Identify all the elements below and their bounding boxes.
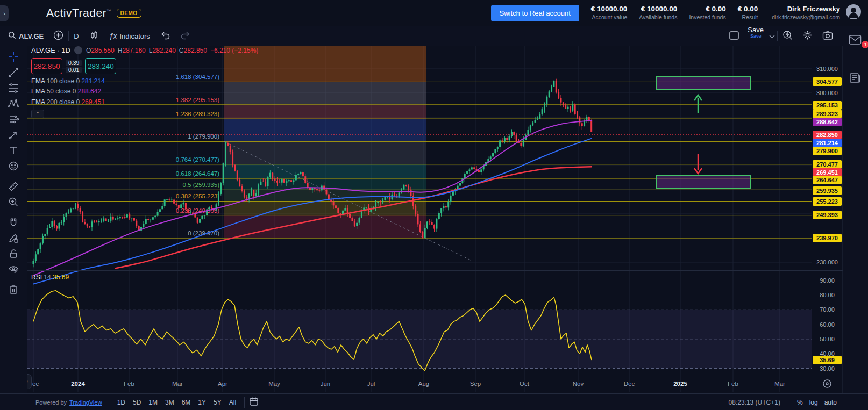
time-axis-settings-icon[interactable] [823,380,831,387]
arrow-marker-tool[interactable] [4,127,23,142]
avatar[interactable] [845,4,862,22]
svg-text:295.153: 295.153 [816,102,838,109]
lock-tool[interactable] [4,246,23,261]
target-zone-box[interactable] [657,176,750,189]
ema200-legend[interactable]: EMA 200 close 0 269.451 [31,98,258,106]
fib-band [224,164,426,178]
svg-text:269.451: 269.451 [816,169,838,176]
svg-text:310.000: 310.000 [816,66,838,72]
svg-text:Jul: Jul [367,380,375,387]
fib-level-label: 0.5 (259.935) [183,182,220,188]
ema100-legend[interactable]: EMA 100 close 0 281.214 [31,77,258,85]
svg-text:289.323: 289.323 [816,111,838,117]
svg-text:281.214: 281.214 [816,140,838,146]
collapse-symbol-icon[interactable]: – [74,46,82,54]
right-icon-strip: 1 [843,26,868,410]
sidebar-expand-handle[interactable]: › [0,5,9,21]
trend-line-tool[interactable] [4,64,23,80]
svg-text:Oct: Oct [520,380,530,387]
go-to-date-button[interactable] [249,397,259,408]
ohlc-values: O285.550 H287.160 L282.240 C282.850 −6.2… [86,47,258,54]
chart-style-button[interactable] [84,26,104,46]
buy-button[interactable]: 283.240 [85,58,116,74]
range-button-all[interactable]: All [225,397,240,408]
range-button-1m[interactable]: 1M [145,397,161,408]
measure-tool[interactable] [4,178,23,194]
unread-badge: 1 [862,41,868,48]
svg-text:Feb: Feb [124,380,134,387]
range-button-5y[interactable]: 5Y [210,397,225,408]
interval-button[interactable]: D [69,26,83,46]
bottom-bar: Powered by TradingView 1D5D1M3M6M1Y5YAll… [0,393,868,410]
range-button-1y[interactable]: 1Y [194,397,210,408]
range-button-3m[interactable]: 3M [161,397,178,408]
clock-time[interactable]: 08:23:13 (UTC+1) [729,399,780,406]
svg-text:300.000: 300.000 [816,90,838,96]
undo-icon [160,31,170,41]
ema50-legend[interactable]: EMA 50 close 0 288.642 [31,88,258,95]
user-info: Dirk Friczewskydirk.friczewsky@gmail.com [772,5,840,21]
crosshair-tool[interactable] [4,49,23,64]
log-scale-toggle[interactable]: log [806,398,821,407]
sell-button[interactable]: 282.850 [31,58,62,74]
fx-icon: ƒx [109,32,117,40]
time-axis[interactable]: Dec2024FebMarAprMayJunJulAugSepOctNovDec… [28,380,785,387]
svg-text:Mar: Mar [172,380,183,387]
indicators-button[interactable]: ƒx Indicators [104,26,155,46]
save-button[interactable]: Save Save [744,26,767,46]
save-menu-button[interactable] [767,26,777,46]
emoji-tool[interactable] [4,158,23,174]
magnet-tool[interactable] [4,214,23,230]
redo-button[interactable] [175,26,195,46]
remove-drawings-tool[interactable] [4,282,23,297]
svg-text:304.577: 304.577 [816,78,838,85]
down-arrow[interactable] [694,154,702,174]
price-scale[interactable]: 310.000300.000230.000304.577295.153289.3… [813,66,842,372]
range-button-5d[interactable]: 5D [129,397,145,408]
auto-scale-toggle[interactable]: auto [821,398,840,407]
drawing-lock-tool[interactable] [4,230,23,246]
svg-text:279.900: 279.900 [816,148,838,154]
spread: 0.390.01 [66,58,82,74]
undo-button[interactable] [155,26,175,46]
percent-scale-toggle[interactable]: % [794,398,806,407]
up-arrow[interactable] [694,95,702,113]
range-button-6m[interactable]: 6M [178,397,195,408]
account-value-stat: € 10000.00Account value [591,5,628,21]
invested-funds-stat: € 0.00Invested funds [689,5,725,21]
settings-button[interactable] [798,26,817,46]
fib-level-label: 0.382 (255.223) [176,193,219,199]
screenshot-button[interactable] [817,26,838,46]
quick-search-button[interactable] [778,26,798,46]
svg-text:Dec: Dec [624,380,635,387]
pattern-tool[interactable] [4,96,23,111]
plus-circle-icon [53,30,63,42]
legend-symbol[interactable]: ALV.GE · 1D [31,46,70,54]
messages-button[interactable]: 1 [849,34,862,47]
text-tool[interactable] [4,142,23,158]
target-zone-box[interactable] [657,77,750,90]
tradingview-link[interactable]: TradingView [69,399,102,406]
rsi-legend[interactable]: RSI 14 35.69 [31,274,69,281]
symbol-search[interactable]: ALV.GE [3,26,48,46]
switch-to-real-button[interactable]: Switch to Real account [491,5,579,21]
zoom-in-tool[interactable] [4,194,23,210]
range-button-1d[interactable]: 1D [113,397,129,408]
fib-retracement-tool[interactable] [4,80,23,96]
add-symbol-button[interactable] [48,26,68,46]
drawing-tools-rail [0,46,27,397]
news-button[interactable] [849,72,862,86]
svg-text:239.970: 239.970 [816,235,838,241]
projection-tool[interactable] [4,111,23,127]
calendar-icon [249,400,259,408]
svg-text:249.393: 249.393 [816,212,838,218]
legend-collapse-button[interactable]: ⌃ [31,110,44,118]
svg-text:Apr: Apr [218,380,227,387]
app-logo: ActivTrader™ [46,6,111,19]
hide-drawings-tool[interactable] [4,261,23,277]
svg-text:259.935: 259.935 [816,188,838,194]
result-stat: € 0.00Result [738,5,758,21]
layout-button[interactable] [724,26,744,46]
svg-text:Nov: Nov [573,380,584,387]
svg-text:270.477: 270.477 [816,161,838,168]
